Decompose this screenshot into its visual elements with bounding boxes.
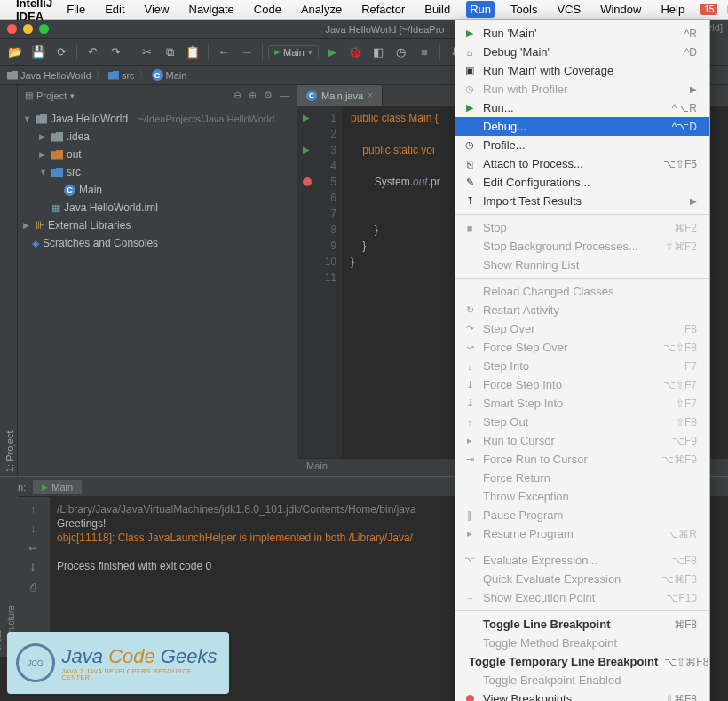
profile-button[interactable]: ◷	[392, 43, 411, 62]
run-config-label: Main	[283, 47, 305, 58]
menu-item-profile[interactable]: ◷Profile...	[455, 136, 709, 154]
tree-out[interactable]: ▶out	[18, 146, 297, 163]
back-icon[interactable]: ←	[214, 43, 233, 62]
menu-edit[interactable]: Edit	[101, 1, 128, 18]
stop-button[interactable]: ■	[415, 43, 434, 62]
notification-badge[interactable]: 15	[700, 4, 717, 15]
menu-file[interactable]: File	[63, 1, 89, 18]
run-menu-dropdown: ▶Run 'Main'^R⌂Debug 'Main'^D▣Run 'Main' …	[455, 20, 710, 701]
redo-icon[interactable]: ↷	[106, 43, 125, 62]
crumb-project[interactable]: Java HelloWorld	[7, 70, 91, 81]
window-minimize-button[interactable]	[23, 24, 33, 34]
sync-icon[interactable]: ⟳	[51, 43, 71, 62]
menu-item-force-step-into: ⤓Force Step Into⌥⇧F7	[455, 375, 709, 394]
menu-item-resume-program: ▸Resume Program⌥⌘R	[455, 524, 709, 543]
menu-code[interactable]: Code	[250, 1, 285, 18]
menu-run[interactable]: Run	[466, 1, 495, 18]
menu-item-view-breakpoints[interactable]: View Breakpoints...⇧⌘F8	[455, 689, 709, 701]
run-tab-main[interactable]: ▶Main	[33, 480, 82, 494]
macos-menubar: IntelliJ IDEA File Edit View Navigate Co…	[0, 0, 728, 20]
tree-root[interactable]: ▼Java HelloWorld ~/IdeaProjects/Java Hel…	[18, 110, 297, 128]
traffic-lights	[7, 24, 49, 34]
menu-build[interactable]: Build	[421, 1, 454, 18]
scroll-icon[interactable]: ⤓	[23, 559, 43, 577]
menu-item-force-return: Force Return	[455, 469, 709, 487]
forward-icon[interactable]: →	[237, 43, 257, 62]
collapse-icon[interactable]: ⊖	[233, 90, 241, 101]
menu-item-show-execution-point: →Show Execution Point⌥F10	[455, 588, 709, 607]
app-name[interactable]: IntelliJ IDEA	[16, 0, 52, 23]
menu-item-import-test-results[interactable]: ⤒Import Test Results▶	[455, 192, 709, 210]
undo-icon[interactable]: ↶	[83, 43, 102, 62]
menu-item-smart-step-into: ⇣Smart Step Into⇧F7	[455, 394, 709, 413]
menu-item-toggle-temporary-line-breakpoint[interactable]: Toggle Temporary Line Breakpoint⌥⇧⌘F8	[455, 652, 709, 671]
menu-vcs[interactable]: VCS	[553, 1, 584, 18]
structure-tab[interactable]: 2: Structure	[4, 479, 18, 657]
paste-icon[interactable]: 📋	[183, 43, 202, 62]
menu-view[interactable]: View	[141, 1, 173, 18]
menu-item-debug-main[interactable]: ⌂Debug 'Main'^D	[455, 43, 709, 61]
print-icon[interactable]: ⎙	[23, 579, 43, 596]
menu-item-restart-activity: ↻Restart Activity	[455, 301, 709, 319]
crumb-main[interactable]: CMain	[152, 69, 187, 81]
menu-item-run-to-cursor: ▸Run to Cursor⌥F9	[455, 431, 709, 450]
menu-item-attach-to-process[interactable]: ⎘Attach to Process...⌥⇧F5	[455, 154, 709, 173]
open-icon[interactable]: 📂	[5, 43, 25, 62]
cut-icon[interactable]: ✂	[137, 43, 156, 62]
menu-item-toggle-method-breakpoint: Toggle Method Breakpoint	[455, 634, 709, 652]
menu-item-run-main-with-coverage[interactable]: ▣Run 'Main' with Coverage	[455, 61, 709, 80]
save-icon[interactable]: 💾	[28, 43, 48, 62]
left-tool-rail: 2: Structure orites	[0, 479, 18, 657]
left-sidebar-tabs: 1: Project	[0, 85, 18, 476]
debug-button[interactable]: 🐞	[345, 43, 365, 62]
tree-idea[interactable]: ▶.idea	[18, 128, 297, 146]
menu-item-run[interactable]: ▶Run...^⌥R	[455, 98, 709, 117]
coverage-button[interactable]: ◧	[368, 43, 388, 62]
menu-item-step-out: ↑Step Out⇧F8	[455, 413, 709, 431]
project-tool-tab[interactable]: 1: Project	[3, 92, 17, 476]
tree-iml[interactable]: ▦Java HelloWorld.iml	[18, 199, 297, 217]
favorites-tab[interactable]: orites	[0, 479, 4, 657]
copy-icon[interactable]: ⧉	[160, 43, 179, 62]
menu-item-force-run-to-cursor: ⇥Force Run to Cursor⌥⌘F9	[455, 450, 709, 469]
wrap-icon[interactable]: ↩	[23, 540, 43, 557]
project-tree: ▼Java HelloWorld ~/IdeaProjects/Java Hel…	[18, 106, 297, 256]
menu-item-force-step-over: ⤻Force Step Over⌥⇧F8	[455, 338, 709, 357]
tree-main-class[interactable]: CMain	[18, 181, 297, 199]
breakpoint-icon[interactable]	[303, 177, 312, 186]
menu-item-throw-exception: Throw Exception	[455, 487, 709, 506]
watermark-logo: JCG Java Code Geeks JAVA 2 JAVA DEVELOPE…	[7, 632, 229, 694]
menu-item-step-into: ↓Step IntoF7	[455, 357, 709, 375]
menu-item-debug[interactable]: ⌂Debug...^⌥D	[455, 117, 709, 136]
up-icon[interactable]: ↑	[23, 500, 43, 518]
menu-item-run-main[interactable]: ▶Run 'Main'^R	[455, 24, 709, 43]
editor-tab-main[interactable]: C Main.java ×	[297, 85, 383, 106]
run-config-selector[interactable]: ▶ Main ▾	[268, 45, 319, 59]
menu-item-edit-configurations[interactable]: ✎Edit Configurations...	[455, 173, 709, 192]
crumb-src[interactable]: src	[108, 70, 135, 81]
tree-src[interactable]: ▼src	[18, 163, 297, 181]
menu-refactor[interactable]: Refactor	[358, 1, 408, 18]
close-tab-icon[interactable]: ×	[368, 91, 373, 100]
menu-item-toggle-breakpoint-enabled: Toggle Breakpoint Enabled	[455, 671, 709, 689]
menu-navigate[interactable]: Navigate	[186, 1, 238, 18]
hide-icon[interactable]: —	[280, 90, 289, 101]
tree-scratches[interactable]: ◈Scratches and Consoles	[18, 234, 297, 252]
window-close-button[interactable]	[7, 24, 17, 34]
tree-external-libs[interactable]: ▶⊪External Libraries	[18, 217, 297, 234]
menu-help[interactable]: Help	[657, 1, 688, 18]
menu-item-toggle-line-breakpoint[interactable]: Toggle Line Breakpoint⌘F8	[455, 615, 709, 634]
menu-tools[interactable]: Tools	[507, 1, 541, 18]
menu-item-stop-background-processes: Stop Background Processes...⇧⌘F2	[455, 237, 709, 256]
down-icon[interactable]: ↓	[23, 520, 43, 538]
project-panel-title[interactable]: Project	[36, 91, 67, 101]
menu-analyze[interactable]: Analyze	[297, 1, 345, 18]
run-button[interactable]: ▶	[322, 43, 342, 62]
menu-window[interactable]: Window	[597, 1, 645, 18]
editor-gutter[interactable]: ▶1 2 ▶3 4 5 6 7 8 9 10 11	[297, 106, 342, 458]
menu-item-pause-program: ‖Pause Program	[455, 506, 709, 524]
gear-icon[interactable]: ⚙	[264, 90, 273, 101]
target-icon[interactable]: ⊕	[249, 90, 257, 101]
window-maximize-button[interactable]	[39, 24, 49, 34]
menu-item-quick-evaluate-expression: Quick Evaluate Expression⌥⌘F8	[455, 570, 709, 588]
